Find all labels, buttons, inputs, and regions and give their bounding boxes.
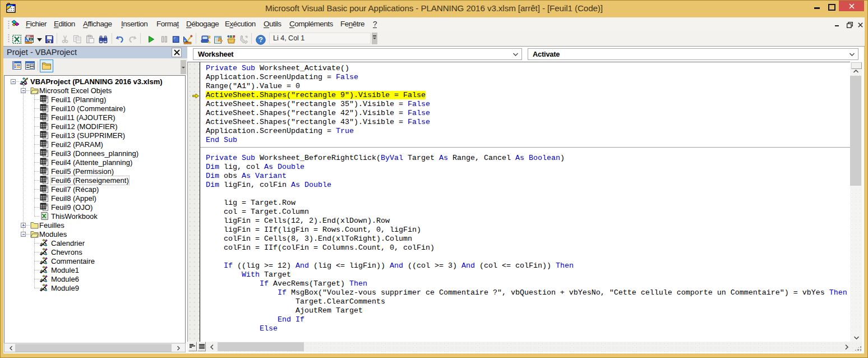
svg-text:?: ? [258,36,263,44]
